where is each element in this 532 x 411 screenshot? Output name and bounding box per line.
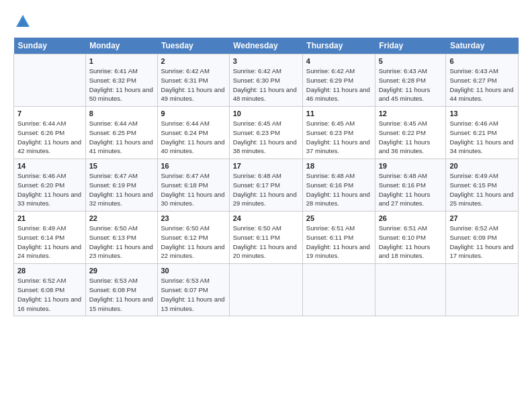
- day-cell: 18Sunrise: 6:48 AMSunset: 6:16 PMDayligh…: [302, 159, 375, 212]
- day-number: 5: [379, 57, 443, 65]
- day-cell: 19Sunrise: 6:48 AMSunset: 6:16 PMDayligh…: [375, 159, 446, 212]
- day-number: 10: [233, 109, 299, 118]
- day-info: Sunrise: 6:43 AMSunset: 6:27 PMDaylight:…: [449, 66, 515, 103]
- week-row-1: 1Sunrise: 6:41 AMSunset: 6:32 PMDaylight…: [14, 54, 519, 107]
- day-cell: 29Sunrise: 6:53 AMSunset: 6:08 PMDayligh…: [85, 264, 157, 316]
- day-info: Sunrise: 6:52 AMSunset: 6:08 PMDaylight:…: [17, 276, 82, 313]
- day-cell: 30Sunrise: 6:53 AMSunset: 6:07 PMDayligh…: [157, 264, 229, 316]
- day-info: Sunrise: 6:51 AMSunset: 6:11 PMDaylight:…: [306, 224, 371, 261]
- day-number: 18: [306, 162, 371, 170]
- logo: [13, 12, 34, 31]
- day-info: Sunrise: 6:47 AMSunset: 6:18 PMDaylight:…: [161, 171, 226, 208]
- day-info: Sunrise: 6:52 AMSunset: 6:09 PMDaylight:…: [449, 224, 515, 261]
- day-info: Sunrise: 6:46 AMSunset: 6:21 PMDaylight:…: [449, 119, 515, 156]
- day-info: Sunrise: 6:42 AMSunset: 6:30 PMDaylight:…: [233, 66, 299, 103]
- day-cell: 25Sunrise: 6:51 AMSunset: 6:11 PMDayligh…: [302, 212, 375, 264]
- day-number: 16: [161, 162, 226, 170]
- day-info: Sunrise: 6:44 AMSunset: 6:25 PMDaylight:…: [89, 119, 154, 156]
- day-cell: 21Sunrise: 6:49 AMSunset: 6:14 PMDayligh…: [14, 212, 86, 264]
- header: [13, 12, 519, 31]
- day-info: Sunrise: 6:43 AMSunset: 6:28 PMDaylight:…: [379, 66, 443, 103]
- header-cell-monday: Monday: [85, 38, 157, 54]
- day-info: Sunrise: 6:44 AMSunset: 6:24 PMDaylight:…: [161, 119, 226, 156]
- day-number: 6: [449, 57, 515, 65]
- day-info: Sunrise: 6:42 AMSunset: 6:31 PMDaylight:…: [161, 66, 226, 103]
- day-number: 25: [306, 214, 371, 222]
- day-cell: 17Sunrise: 6:48 AMSunset: 6:17 PMDayligh…: [229, 159, 302, 212]
- header-cell-friday: Friday: [375, 38, 446, 54]
- day-number: 30: [161, 267, 226, 275]
- day-cell: 15Sunrise: 6:47 AMSunset: 6:19 PMDayligh…: [85, 159, 157, 212]
- day-info: Sunrise: 6:45 AMSunset: 6:23 PMDaylight:…: [306, 119, 371, 156]
- header-cell-saturday: Saturday: [446, 38, 519, 54]
- day-cell: [14, 54, 86, 107]
- day-cell: 1Sunrise: 6:41 AMSunset: 6:32 PMDaylight…: [85, 54, 157, 107]
- day-cell: 13Sunrise: 6:46 AMSunset: 6:21 PMDayligh…: [446, 107, 519, 159]
- day-cell: 3Sunrise: 6:42 AMSunset: 6:30 PMDaylight…: [229, 54, 302, 107]
- day-number: 21: [17, 214, 82, 222]
- day-cell: 20Sunrise: 6:49 AMSunset: 6:15 PMDayligh…: [446, 159, 519, 212]
- day-cell: 6Sunrise: 6:43 AMSunset: 6:27 PMDaylight…: [446, 54, 519, 107]
- day-number: 4: [306, 57, 371, 65]
- day-cell: 26Sunrise: 6:51 AMSunset: 6:10 PMDayligh…: [375, 212, 446, 264]
- day-info: Sunrise: 6:47 AMSunset: 6:19 PMDaylight:…: [89, 171, 154, 208]
- day-cell: 27Sunrise: 6:52 AMSunset: 6:09 PMDayligh…: [446, 212, 519, 264]
- day-info: Sunrise: 6:51 AMSunset: 6:10 PMDaylight:…: [379, 224, 443, 261]
- day-info: Sunrise: 6:46 AMSunset: 6:20 PMDaylight:…: [17, 171, 82, 208]
- day-info: Sunrise: 6:48 AMSunset: 6:17 PMDaylight:…: [233, 171, 299, 208]
- day-number: 8: [89, 109, 154, 118]
- day-cell: 28Sunrise: 6:52 AMSunset: 6:08 PMDayligh…: [14, 264, 86, 316]
- day-info: Sunrise: 6:50 AMSunset: 6:11 PMDaylight:…: [233, 224, 299, 261]
- header-cell-thursday: Thursday: [302, 38, 375, 54]
- day-number: 26: [379, 214, 443, 222]
- calendar-table: SundayMondayTuesdayWednesdayThursdayFrid…: [13, 38, 519, 316]
- day-cell: [302, 264, 375, 316]
- day-cell: 24Sunrise: 6:50 AMSunset: 6:11 PMDayligh…: [229, 212, 302, 264]
- day-number: 22: [89, 214, 154, 222]
- day-info: Sunrise: 6:53 AMSunset: 6:07 PMDaylight:…: [161, 276, 226, 313]
- day-number: 14: [17, 162, 82, 170]
- day-info: Sunrise: 6:45 AMSunset: 6:22 PMDaylight:…: [379, 119, 443, 156]
- day-number: 20: [449, 162, 515, 170]
- day-info: Sunrise: 6:49 AMSunset: 6:15 PMDaylight:…: [449, 171, 515, 208]
- day-info: Sunrise: 6:44 AMSunset: 6:26 PMDaylight:…: [17, 119, 82, 156]
- logo-icon: [13, 12, 32, 31]
- day-cell: 4Sunrise: 6:42 AMSunset: 6:29 PMDaylight…: [302, 54, 375, 107]
- day-cell: [446, 264, 519, 316]
- day-number: 9: [161, 109, 226, 118]
- day-number: 1: [89, 57, 154, 65]
- day-number: 2: [161, 57, 226, 65]
- day-number: 3: [233, 57, 299, 65]
- header-cell-tuesday: Tuesday: [157, 38, 229, 54]
- week-row-4: 21Sunrise: 6:49 AMSunset: 6:14 PMDayligh…: [14, 212, 519, 264]
- header-cell-sunday: Sunday: [14, 38, 86, 54]
- week-row-2: 7Sunrise: 6:44 AMSunset: 6:26 PMDaylight…: [14, 107, 519, 159]
- day-number: 23: [161, 214, 226, 222]
- day-cell: 8Sunrise: 6:44 AMSunset: 6:25 PMDaylight…: [85, 107, 157, 159]
- day-number: 13: [449, 109, 515, 118]
- day-info: Sunrise: 6:50 AMSunset: 6:13 PMDaylight:…: [89, 224, 154, 261]
- day-cell: 23Sunrise: 6:50 AMSunset: 6:12 PMDayligh…: [157, 212, 229, 264]
- day-cell: 5Sunrise: 6:43 AMSunset: 6:28 PMDaylight…: [375, 54, 446, 107]
- day-info: Sunrise: 6:42 AMSunset: 6:29 PMDaylight:…: [306, 66, 371, 103]
- day-cell: 22Sunrise: 6:50 AMSunset: 6:13 PMDayligh…: [85, 212, 157, 264]
- day-number: 11: [306, 109, 371, 118]
- day-info: Sunrise: 6:50 AMSunset: 6:12 PMDaylight:…: [161, 224, 226, 261]
- day-info: Sunrise: 6:49 AMSunset: 6:14 PMDaylight:…: [17, 224, 82, 261]
- day-info: Sunrise: 6:48 AMSunset: 6:16 PMDaylight:…: [379, 171, 443, 208]
- day-info: Sunrise: 6:41 AMSunset: 6:32 PMDaylight:…: [89, 66, 154, 103]
- day-number: 29: [89, 267, 154, 275]
- day-info: Sunrise: 6:45 AMSunset: 6:23 PMDaylight:…: [233, 119, 299, 156]
- day-cell: 2Sunrise: 6:42 AMSunset: 6:31 PMDaylight…: [157, 54, 229, 107]
- day-number: 24: [233, 214, 299, 222]
- day-number: 12: [379, 109, 443, 118]
- day-cell: 11Sunrise: 6:45 AMSunset: 6:23 PMDayligh…: [302, 107, 375, 159]
- day-cell: 9Sunrise: 6:44 AMSunset: 6:24 PMDaylight…: [157, 107, 229, 159]
- header-cell-wednesday: Wednesday: [229, 38, 302, 54]
- day-cell: 10Sunrise: 6:45 AMSunset: 6:23 PMDayligh…: [229, 107, 302, 159]
- day-number: 19: [379, 162, 443, 170]
- day-info: Sunrise: 6:53 AMSunset: 6:08 PMDaylight:…: [89, 276, 154, 313]
- day-cell: 14Sunrise: 6:46 AMSunset: 6:20 PMDayligh…: [14, 159, 86, 212]
- header-row: SundayMondayTuesdayWednesdayThursdayFrid…: [14, 38, 519, 54]
- day-cell: 7Sunrise: 6:44 AMSunset: 6:26 PMDaylight…: [14, 107, 86, 159]
